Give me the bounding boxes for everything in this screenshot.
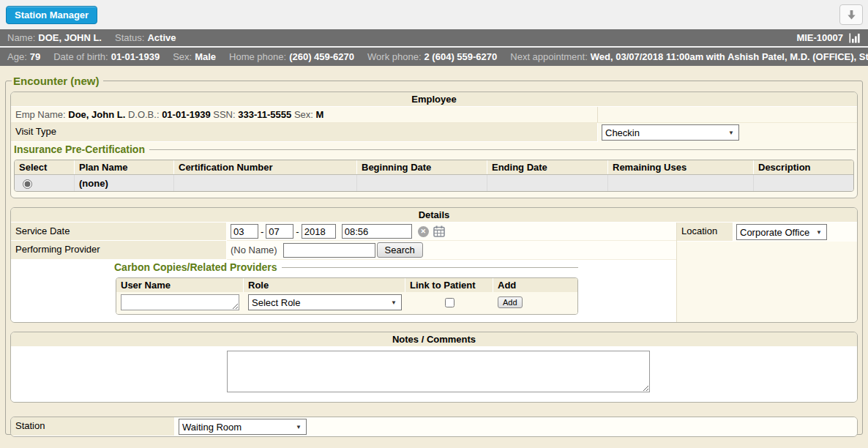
details-panel: Details Service Date - - ✕	[10, 207, 858, 323]
insurance-precert-row: (none)	[15, 174, 853, 191]
provider-search-input[interactable]	[283, 243, 375, 258]
insurance-precert-legend: Insurance Pre-Certification	[12, 143, 149, 155]
plan-name-none: (none)	[79, 178, 108, 189]
carbon-copies-header-row: User Name Role Link to Patient Add	[116, 278, 577, 292]
location-filler	[677, 242, 857, 322]
visit-type-select[interactable]: Checkin	[602, 124, 739, 141]
insurance-precert-table: Select Plan Name Certification Number Be…	[14, 160, 854, 192]
visit-type-label: Visit Type	[11, 123, 598, 142]
station-panel: Station Waiting Room	[10, 417, 858, 437]
notes-header: Notes / Comments	[11, 332, 857, 347]
carbon-copies-input-row: Select Role Add	[116, 292, 577, 314]
cc-role-select[interactable]: Select Role	[248, 294, 402, 310]
performing-provider-row: Performing Provider (No Name) Search	[11, 241, 676, 260]
provider-no-name-text: (No Name)	[231, 244, 277, 255]
top-toolbar: Station Manager	[0, 0, 868, 29]
demographics-bar: Age: 79 Date of birth: 01-01-1939 Sex: M…	[0, 48, 868, 66]
encounter-legend: Encounter (new)	[12, 75, 103, 87]
sex: Sex: Male	[173, 51, 216, 62]
link-to-patient-checkbox[interactable]	[445, 298, 454, 307]
details-header: Details	[11, 208, 857, 223]
visit-type-select-wrap: Checkin	[602, 124, 739, 141]
carbon-copies-table: User Name Role Link to Patient Add	[116, 277, 578, 315]
service-date-label: Service Date	[11, 223, 227, 241]
performing-provider-label: Performing Provider	[11, 241, 227, 260]
chart-id: MIE-10007	[796, 32, 843, 43]
location-row: Location Corporate Office	[677, 223, 857, 242]
service-date-day-input[interactable]	[266, 224, 293, 239]
location-label: Location	[677, 223, 733, 242]
service-date-row: Service Date - - ✕	[11, 223, 676, 241]
station-select-wrap: Waiting Room	[179, 419, 307, 435]
visit-type-row: Visit Type Checkin	[11, 123, 857, 142]
work-phone: Work phone: 2 (604) 559-6270	[367, 51, 497, 62]
notes-panel: Notes / Comments	[10, 332, 858, 403]
download-arrow-icon	[846, 10, 857, 20]
encounter-fieldset: Encounter (new) Employee Emp Name: Doe, …	[5, 75, 863, 435]
employee-summary-spacer	[598, 107, 857, 122]
cc-add-button[interactable]: Add	[498, 296, 523, 308]
employee-summary: Emp Name: Doe, John L. D.O.B.: 01-01-193…	[11, 107, 598, 122]
service-date-year-input[interactable]	[302, 224, 336, 239]
download-button[interactable]	[839, 4, 863, 25]
date-of-birth: Date of birth: 01-01-1939	[53, 51, 160, 62]
cc-user-name-input[interactable]	[121, 294, 239, 310]
calendar-icon[interactable]	[433, 225, 445, 237]
next-appointment: Next appointment: Wed, 03/07/2018 11:00a…	[510, 51, 868, 62]
station-manager-button[interactable]: Station Manager	[6, 6, 97, 24]
cc-role-select-wrap: Select Role	[248, 294, 402, 310]
patient-name: Name: DOE, JOHN L.	[7, 32, 102, 43]
provider-search-button[interactable]: Search	[377, 242, 423, 258]
station-label: Station	[11, 417, 175, 436]
employee-panel: Employee Emp Name: Doe, John L. D.O.B.: …	[10, 92, 858, 198]
bar-chart-icon[interactable]	[849, 33, 861, 43]
employee-header: Employee	[11, 92, 857, 107]
home-phone: Home phone: (260) 459-6270	[229, 51, 354, 62]
location-select[interactable]: Corporate Office	[736, 224, 827, 240]
carbon-copies-legend: Carbon Copies/Related Providers	[113, 261, 282, 273]
service-time-input[interactable]	[342, 224, 412, 239]
insurance-precert-fieldset: Insurance Pre-Certification Select Plan …	[12, 143, 856, 195]
carbon-copies-fieldset: Carbon Copies/Related Providers User Nam…	[113, 261, 578, 315]
patient-status: Status: Active	[115, 32, 176, 43]
employee-summary-row: Emp Name: Doe, John L. D.O.B.: 01-01-193…	[11, 107, 857, 123]
station-select[interactable]: Waiting Room	[179, 419, 307, 435]
location-select-wrap: Corporate Office	[736, 224, 827, 240]
service-date-month-input[interactable]	[231, 224, 258, 239]
carbon-copies-area: Carbon Copies/Related Providers User Nam…	[11, 260, 676, 322]
age: Age: 79	[7, 51, 40, 62]
patient-header-bar: Name: DOE, JOHN L. Status: Active MIE-10…	[0, 29, 868, 48]
insurance-precert-header-row: Select Plan Name Certification Number Be…	[15, 160, 853, 174]
clear-circle-x-icon[interactable]: ✕	[418, 226, 429, 237]
station-row: Station Waiting Room	[11, 417, 857, 436]
notes-textarea[interactable]	[227, 351, 650, 392]
precert-none-radio[interactable]	[23, 179, 32, 189]
